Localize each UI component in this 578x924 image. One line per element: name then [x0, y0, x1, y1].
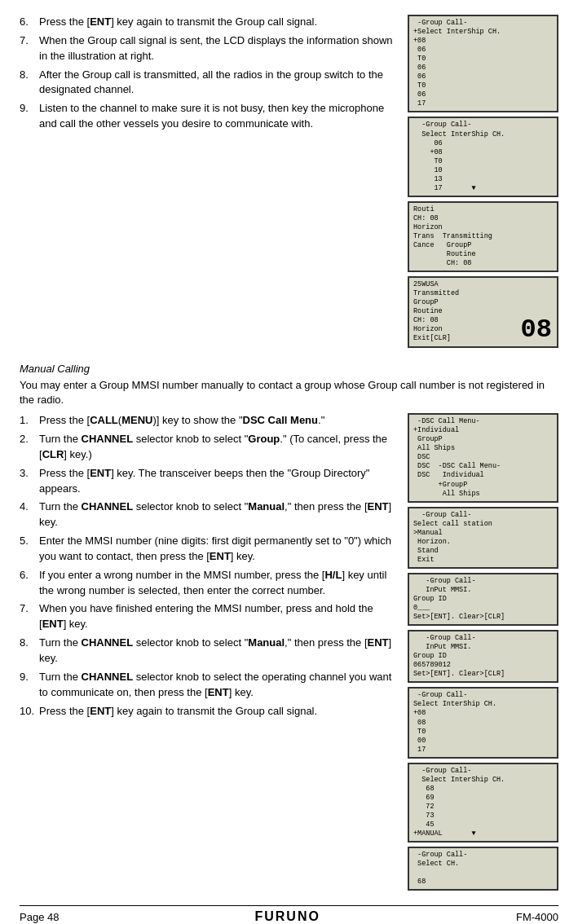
bottom-section: 1. Press the [CALL(MENU)] key to show th… — [20, 413, 558, 891]
lcd-screen-top1: -Group Call- +Select InterShip CH. +08 0… — [408, 15, 558, 112]
lcd-screen-mc1: -DSC Call Menu- +Individual GroupP All S… — [408, 413, 558, 502]
item-text: Turn the CHANNEL selector knob to select… — [39, 432, 399, 463]
item-number: 1. — [20, 413, 34, 429]
lcd-screen-mc2: -Group Call- Select call station >Manual… — [408, 507, 558, 569]
item-text: When the Group call signal is sent, the … — [39, 33, 399, 64]
lcd-screen-top3: Routi CH: 08 Horizon Trans Transmitting … — [408, 201, 558, 272]
item-text: Press the [CALL(MENU)] key to show the "… — [39, 413, 399, 429]
section-heading: Manual Calling — [20, 363, 558, 375]
list-item: 3. Press the [ENT] key. The transceiver … — [20, 466, 399, 497]
list-item: 2. Turn the CHANNEL selector knob to sel… — [20, 432, 399, 463]
list-item: 6. Press the [ENT] key again to transmit… — [20, 15, 399, 30]
item-text: When you have finished entering the MMSI… — [39, 601, 399, 632]
furuno-logo: FURUNO — [254, 909, 320, 924]
top-numbered-list: 6. Press the [ENT] key again to transmit… — [20, 15, 399, 132]
lcd-screen-mc4: -Group Call- InPut MMSI. Group ID 065789… — [408, 630, 558, 683]
list-item: 8. Turn the CHANNEL selector knob to sel… — [20, 636, 399, 667]
lcd-screen-mc7: -Group Call- Select CH. 68 — [408, 847, 558, 891]
top-text-column: 6. Press the [ENT] key again to transmit… — [20, 15, 399, 348]
lcd-screen-top2: -Group Call- Select InterShip CH. 06 +08… — [408, 117, 558, 196]
item-text: Turn the CHANNEL selector knob to select… — [39, 636, 399, 667]
item-text: Press the [ENT] key again to transmit th… — [39, 704, 399, 719]
top-screens-column: -Group Call- +Select InterShip CH. +08 0… — [408, 15, 558, 348]
lcd-screen-top4: 25WUSA Transmitted GroupP Routine CH: 08… — [408, 276, 558, 347]
list-item: 6. If you enter a wrong number in the MM… — [20, 568, 399, 599]
model-number: FM-4000 — [516, 911, 558, 923]
top-section: 6. Press the [ENT] key again to transmit… — [20, 15, 558, 348]
item-text: Turn the CHANNEL selector knob to select… — [39, 499, 399, 530]
item-number: 3. — [20, 466, 34, 497]
list-item: 9. Turn the CHANNEL selector knob to sel… — [20, 670, 399, 701]
item-text: After the Group call is transmitted, all… — [39, 68, 399, 99]
item-text: Listen to the channel to make sure it is… — [39, 101, 399, 132]
page-number: Page 48 — [20, 911, 59, 923]
item-number: 6. — [20, 568, 34, 599]
item-number: 8. — [20, 636, 34, 667]
intro-text: You may enter a Group MMSI number manual… — [20, 378, 558, 409]
manual-calling-section: Manual Calling You may enter a Group MMS… — [20, 354, 558, 891]
item-number: 7. — [20, 601, 34, 632]
lcd-screen-mc5: -Group Call- Select InterShip CH. +08 08… — [408, 687, 558, 758]
item-number: 5. — [20, 534, 34, 565]
item-text: If you enter a wrong number in the MMSI … — [39, 568, 399, 599]
list-item: 1. Press the [CALL(MENU)] key to show th… — [20, 413, 399, 429]
manual-numbered-list: 1. Press the [CALL(MENU)] key to show th… — [20, 413, 399, 719]
list-item: 4. Turn the CHANNEL selector knob to sel… — [20, 499, 399, 530]
list-item: 9. Listen to the channel to make sure it… — [20, 101, 399, 132]
item-text: Press the [ENT] key again to transmit th… — [39, 15, 399, 30]
list-item: 7. When the Group call signal is sent, t… — [20, 33, 399, 64]
page-footer: Page 48 FURUNO FM-4000 — [20, 905, 558, 924]
item-number: 7. — [20, 33, 34, 64]
item-text: Turn the CHANNEL selector knob to select… — [39, 670, 399, 701]
bottom-screens-column: -DSC Call Menu- +Individual GroupP All S… — [408, 413, 558, 891]
item-text: Press the [ENT] key. The transceiver bee… — [39, 466, 399, 497]
item-number: 8. — [20, 68, 34, 99]
list-item: 7. When you have finished entering the M… — [20, 601, 399, 632]
item-number: 4. — [20, 499, 34, 530]
item-number: 10. — [20, 704, 34, 719]
item-number: 9. — [20, 670, 34, 701]
big-channel-number: 08 — [521, 317, 552, 343]
item-number: 9. — [20, 101, 34, 132]
lcd-screen-mc6: -Group Call- Select InterShip CH. 68 69 … — [408, 763, 558, 843]
list-item: 10. Press the [ENT] key again to transmi… — [20, 704, 399, 719]
bottom-text-column: 1. Press the [CALL(MENU)] key to show th… — [20, 413, 399, 891]
page-content: 6. Press the [ENT] key again to transmit… — [20, 15, 558, 924]
item-number: 2. — [20, 432, 34, 463]
list-item: 5. Enter the MMSI number (nine digits: f… — [20, 534, 399, 565]
item-text: Enter the MMSI number (nine digits: firs… — [39, 534, 399, 565]
lcd-screen-mc3: -Group Call- InPut MMSI. Group ID 0___ S… — [408, 573, 558, 626]
item-number: 6. — [20, 15, 34, 30]
list-item: 8. After the Group call is transmitted, … — [20, 68, 399, 99]
